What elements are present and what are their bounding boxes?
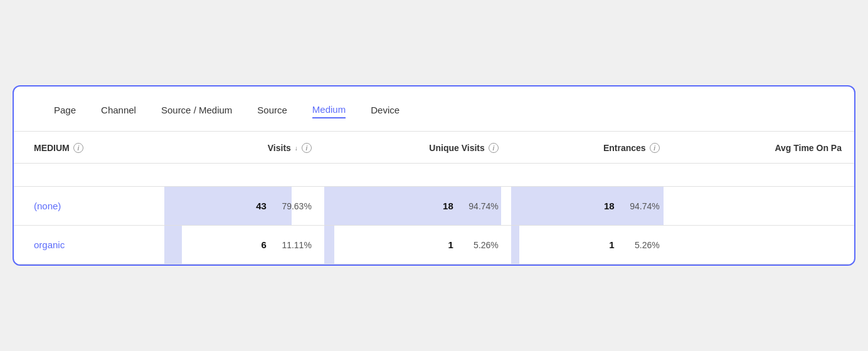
- analytics-card: PageChannelSource / MediumSourceMediumDe…: [13, 85, 855, 266]
- col-header-entrances: Entrancesi: [511, 132, 672, 164]
- uv-value-none: 18: [443, 201, 453, 211]
- dim-option-page[interactable]: Page: [54, 105, 76, 118]
- ent-pct-organic: 5.26%: [622, 240, 660, 250]
- dimension-options: PageChannelSource / MediumSourceMediumDe…: [54, 104, 400, 118]
- visits-value-none: 43: [256, 201, 267, 211]
- dim-option-source[interactable]: Source: [257, 105, 287, 118]
- entrances-cell-none: 18 94.74%: [511, 187, 672, 226]
- primary-dimension-row: PageChannelSource / MediumSourceMediumDe…: [14, 86, 854, 132]
- unique-visits-cell-organic: 1 5.26%: [324, 226, 511, 265]
- avgtime-cell-none: [672, 187, 854, 226]
- visits-pct-none: 79.63%: [274, 201, 312, 211]
- dim-option-source-medium[interactable]: Source / Medium: [161, 105, 232, 118]
- ent-value-organic: 1: [609, 239, 614, 250]
- uv-value-organic: 1: [448, 239, 453, 250]
- totals-unique-visits-cell: [324, 164, 511, 187]
- table-row: organic 6 11.11% 1 5.26% 1 5.26%: [14, 226, 854, 265]
- totals-medium-cell: [14, 164, 164, 187]
- info-icon-visits[interactable]: i: [302, 143, 312, 153]
- totals-visits-cell: [164, 164, 324, 187]
- medium-cell-none[interactable]: (none): [14, 187, 164, 226]
- col-header-medium: MEDIUMi: [14, 132, 164, 164]
- table-body: (none) 43 79.63% 18 94.74% 18 94.74% org…: [14, 164, 854, 265]
- totals-avgtime-cell: [672, 164, 854, 187]
- table-row: (none) 43 79.63% 18 94.74% 18 94.74%: [14, 187, 854, 226]
- visits-value-organic: 6: [262, 239, 267, 250]
- dim-option-medium[interactable]: Medium: [312, 104, 346, 118]
- info-icon-entrances[interactable]: i: [650, 143, 660, 153]
- col-header-avg-time: Avg Time On Pa: [672, 132, 854, 164]
- table-header-row: MEDIUMiVisits↓iUnique VisitsiEntrancesiA…: [14, 132, 854, 164]
- ent-value-none: 18: [604, 201, 615, 211]
- entrances-cell-organic: 1 5.26%: [511, 226, 672, 265]
- table-wrapper: MEDIUMiVisits↓iUnique VisitsiEntrancesiA…: [14, 132, 854, 265]
- col-header-visits[interactable]: Visits↓i: [164, 132, 324, 164]
- dim-option-channel[interactable]: Channel: [101, 105, 136, 118]
- avgtime-cell-organic: [672, 226, 854, 265]
- unique-visits-cell-none: 18 94.74%: [324, 187, 511, 226]
- totals-entrances-cell: [511, 164, 672, 187]
- sort-arrow-visits[interactable]: ↓: [295, 145, 298, 152]
- col-header-unique-visits: Unique Visitsi: [324, 132, 511, 164]
- visits-pct-organic: 11.11%: [274, 240, 312, 250]
- info-icon-medium[interactable]: i: [73, 143, 83, 153]
- uv-pct-none: 94.74%: [461, 201, 499, 211]
- ent-pct-none: 94.74%: [622, 201, 660, 211]
- uv-pct-organic: 5.26%: [461, 240, 499, 250]
- visits-cell-none: 43 79.63%: [164, 187, 324, 226]
- info-icon-unique-visits[interactable]: i: [489, 143, 499, 153]
- totals-row: [14, 164, 854, 187]
- medium-cell-organic[interactable]: organic: [14, 226, 164, 265]
- data-table: MEDIUMiVisits↓iUnique VisitsiEntrancesiA…: [14, 132, 854, 265]
- visits-cell-organic: 6 11.11%: [164, 226, 324, 265]
- dim-option-device[interactable]: Device: [371, 105, 400, 118]
